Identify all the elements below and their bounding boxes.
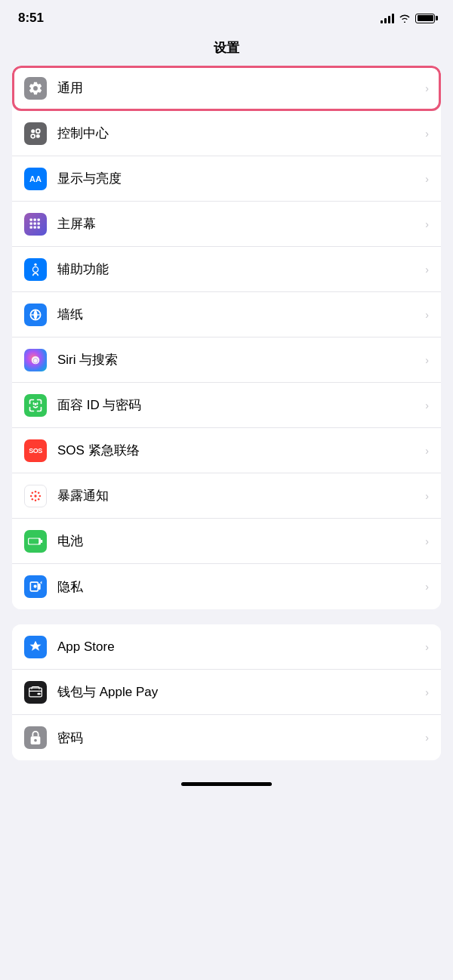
wallet-svg <box>28 685 43 700</box>
page-title: 设置 <box>0 32 453 66</box>
wifi-icon <box>399 14 411 23</box>
faceid-icon <box>24 394 47 417</box>
battery-settings-svg <box>28 536 43 547</box>
exposure-svg <box>28 488 43 504</box>
svg-rect-27 <box>29 538 39 544</box>
passwords-label: 密码 <box>57 729 425 747</box>
battery-label: 电池 <box>57 532 425 550</box>
sidebar-item-wallpaper[interactable]: 墙纸 › <box>12 292 441 337</box>
accessibility-svg <box>28 262 43 277</box>
battery-settings-icon <box>24 530 47 553</box>
battery-chevron: › <box>425 535 429 547</box>
wallpaper-svg <box>28 307 43 322</box>
status-time: 8:51 <box>18 11 44 26</box>
svg-rect-28 <box>41 540 42 543</box>
privacy-label: 隐私 <box>57 578 425 596</box>
sidebar-item-control-center[interactable]: 控制中心 › <box>12 111 441 156</box>
exposure-label: 暴露通知 <box>57 487 425 504</box>
appstore-svg <box>28 639 43 655</box>
wallet-icon <box>24 681 47 704</box>
faceid-svg <box>28 398 43 413</box>
accessibility-chevron: › <box>425 263 429 276</box>
wallpaper-chevron: › <box>425 309 429 321</box>
svg-point-2 <box>31 134 35 137</box>
sidebar-item-exposure[interactable]: 暴露通知 › <box>12 473 441 519</box>
status-bar: 8:51 <box>0 0 453 32</box>
svg-rect-30 <box>38 692 41 695</box>
sidebar-item-passwords[interactable]: 密码 › <box>12 715 441 760</box>
sidebar-item-appstore[interactable]: App Store › <box>12 624 441 670</box>
privacy-chevron: › <box>425 581 429 593</box>
wallpaper-icon <box>24 304 47 326</box>
svg-rect-8 <box>34 222 36 224</box>
svg-point-20 <box>30 495 32 497</box>
control-center-icon <box>24 122 47 145</box>
siri-icon <box>24 349 47 371</box>
svg-point-13 <box>34 263 36 265</box>
control-center-chevron: › <box>425 128 429 140</box>
display-icon: AA <box>24 168 47 190</box>
svg-rect-6 <box>38 218 40 220</box>
bottom-bar <box>0 775 453 798</box>
siri-label: Siri 与搜索 <box>57 351 425 368</box>
sidebar-item-home-screen[interactable]: 主屏幕 › <box>12 202 441 247</box>
svg-point-32 <box>34 739 37 742</box>
appstore-icon <box>24 636 47 658</box>
svg-point-19 <box>35 499 37 501</box>
wallpaper-label: 墙纸 <box>57 306 425 323</box>
svg-point-1 <box>36 129 40 133</box>
exposure-icon <box>24 485 47 507</box>
sidebar-item-privacy[interactable]: 隐私 › <box>12 564 441 609</box>
svg-rect-10 <box>30 226 32 228</box>
control-center-label: 控制中心 <box>57 125 425 142</box>
faceid-label: 面容 ID 与密码 <box>57 396 425 414</box>
svg-rect-4 <box>30 218 32 220</box>
accessibility-icon <box>24 258 47 281</box>
wallet-label: 钱包与 Apple Pay <box>57 683 425 701</box>
home-screen-icon <box>24 213 47 236</box>
svg-point-0 <box>31 129 35 133</box>
faceid-chevron: › <box>425 399 429 411</box>
svg-point-18 <box>35 490 37 492</box>
svg-rect-9 <box>38 222 40 224</box>
svg-rect-12 <box>38 226 40 228</box>
sidebar-item-faceid[interactable]: 面容 ID 与密码 › <box>12 383 441 428</box>
general-chevron: › <box>425 82 429 94</box>
sos-chevron: › <box>425 445 429 457</box>
home-screen-chevron: › <box>425 218 429 230</box>
battery-icon <box>415 14 435 23</box>
svg-point-24 <box>32 498 34 500</box>
exposure-chevron: › <box>425 490 429 502</box>
svg-rect-11 <box>34 226 36 228</box>
sos-icon: SOS <box>24 439 47 462</box>
home-screen-label: 主屏幕 <box>57 215 425 233</box>
home-indicator <box>181 782 272 786</box>
wallet-chevron: › <box>425 686 429 698</box>
sidebar-item-battery[interactable]: 电池 › <box>12 519 441 564</box>
sidebar-item-wallet[interactable]: 钱包与 Apple Pay › <box>12 670 441 715</box>
signal-icon <box>381 13 394 23</box>
svg-point-21 <box>39 495 42 497</box>
passwords-icon <box>24 726 47 749</box>
siri-chevron: › <box>425 354 429 366</box>
sidebar-item-siri[interactable]: Siri 与搜索 › <box>12 337 441 383</box>
sidebar-item-accessibility[interactable]: 辅助功能 › <box>12 247 441 292</box>
home-svg <box>28 217 43 232</box>
svg-rect-7 <box>30 222 32 224</box>
display-chevron: › <box>425 173 429 185</box>
svg-point-15 <box>32 356 40 364</box>
svg-point-25 <box>38 498 40 500</box>
svg-point-16 <box>35 403 36 405</box>
siri-svg <box>29 353 42 367</box>
accessibility-label: 辅助功能 <box>57 260 425 278</box>
passwords-svg <box>29 730 42 745</box>
sidebar-item-general[interactable]: 通用 › <box>12 66 441 111</box>
sidebar-item-sos[interactable]: SOS SOS 紧急联络 › <box>12 428 441 473</box>
svg-rect-29 <box>29 688 42 697</box>
settings-section-1: 通用 › 控制中心 › AA 显示与亮度 › <box>12 66 441 609</box>
settings-section-2: App Store › 钱包与 Apple Pay › 密码 › <box>12 624 441 760</box>
svg-point-23 <box>38 492 40 494</box>
svg-point-3 <box>36 134 40 137</box>
sidebar-item-display[interactable]: AA 显示与亮度 › <box>12 156 441 202</box>
status-icons <box>381 13 435 23</box>
